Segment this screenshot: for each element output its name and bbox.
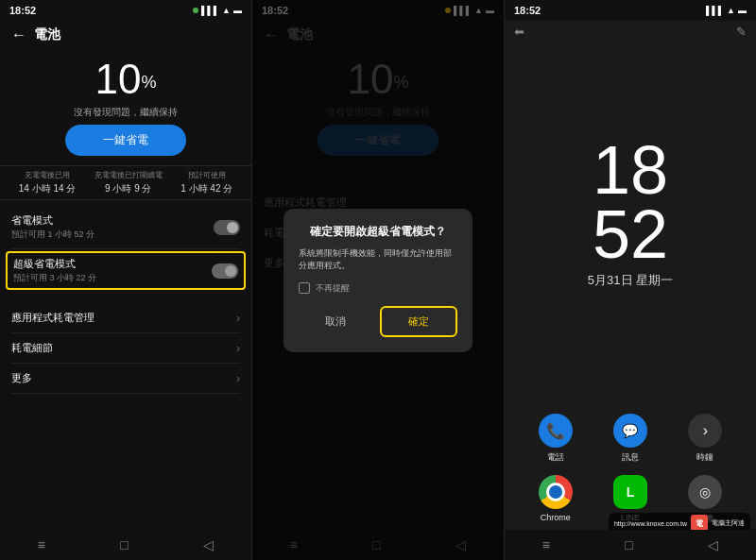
app-label-phone: 電話 — [547, 451, 564, 464]
wifi-icon-3: ▲ — [727, 6, 735, 15]
status-time-1: 18:52 — [9, 5, 36, 16]
settings-section-2: 應用程式耗電管理 › 耗電細節 › 更多 › — [0, 303, 251, 394]
stat-screen: 充電電後已打開續電 9 小時 9 分 — [94, 170, 163, 195]
dialog-buttons: 取消 確定 — [299, 306, 457, 337]
app-item-clock[interactable]: › 時鐘 — [674, 414, 737, 464]
battery-number-1: 10 — [95, 56, 142, 102]
bottom-nav-3: ≡ □ ◁ — [505, 530, 756, 560]
stat-remaining: 預計可使用 1 小時 42 分 — [180, 170, 232, 195]
stat-used-value: 14 小時 14 分 — [19, 182, 77, 195]
battery-display-1: 10% — [0, 49, 251, 104]
saving-mode-title: 省電模式 — [11, 213, 94, 228]
stat-used: 充電電後已用 14 小時 14 分 — [19, 170, 77, 195]
page-header-1: ← 電池 — [0, 21, 251, 49]
dialog-overlay: 確定要開啟超級省電模式？ 系統將限制手機效能，同時僅允許使用部分應用程式。 不再… — [252, 0, 504, 560]
power-detail-row[interactable]: 耗電細節 › — [11, 333, 240, 364]
status-dot-1 — [193, 8, 198, 13]
more-row[interactable]: 更多 › — [11, 364, 240, 394]
battery-unit-1: % — [141, 73, 156, 92]
nav-menu-3[interactable]: ≡ — [542, 537, 550, 552]
one-key-button-1[interactable]: 一鍵省電 — [65, 125, 186, 156]
settings-section-1: 省電模式 預計可用 1 小時 52 分 超級省電模式 預計可用 3 小時 22 … — [0, 206, 251, 292]
more-title: 更多 — [11, 371, 32, 385]
battery-icon: ▬ — [233, 6, 242, 15]
clock-app-icon: › — [688, 414, 722, 448]
dialog-cancel-button[interactable]: 取消 — [299, 306, 372, 337]
ultra-mode-left: 超級省電模式 預計可用 3 小時 22 分 — [13, 257, 96, 284]
dialog-body: 系統將限制手機效能，同時僅允許使用部分應用程式。 — [299, 247, 457, 273]
p3-edit-icon[interactable]: ✎ — [736, 25, 747, 38]
stat-screen-label: 充電電後已打開續電 — [94, 170, 163, 180]
signal-icon: ▌▌▌ — [201, 6, 219, 15]
battery-status-1: 沒有發現問題，繼續保持 — [0, 106, 251, 119]
status-icons-3: ▌▌▌ ▲ ▬ — [706, 6, 747, 15]
bottom-nav-1: ≡ □ ◁ — [0, 530, 251, 560]
stat-remaining-value: 1 小時 42 分 — [180, 182, 232, 195]
app-manage-title: 應用程式耗電管理 — [11, 311, 94, 325]
clock-hour: 18 — [593, 138, 668, 202]
saving-mode-toggle[interactable] — [214, 220, 240, 235]
chrome-icon — [539, 475, 573, 509]
app-label-chrome: Chrome — [541, 513, 571, 522]
clock-display: 18 52 — [593, 138, 668, 267]
status-time-3: 18:52 — [514, 5, 541, 16]
wifi-icon: ▲ — [222, 6, 231, 15]
line-icon: L — [613, 475, 647, 509]
saving-mode-sub: 預計可用 1 小時 52 分 — [11, 229, 94, 241]
panel-launcher: 18:52 ▌▌▌ ▲ ▬ ⬅ ✎ 18 52 5月31日 星期一 📞 電話 💬… — [505, 0, 756, 560]
saving-mode-left: 省電模式 預計可用 1 小時 52 分 — [11, 213, 94, 241]
clock-date: 5月31日 星期一 — [588, 272, 673, 289]
nav-back-1[interactable]: ◁ — [203, 537, 214, 552]
back-button-1[interactable]: ← — [11, 26, 26, 43]
dialog-confirm-button[interactable]: 確定 — [380, 306, 457, 337]
app-item-phone[interactable]: 📞 電話 — [524, 414, 587, 464]
status-bar-1: 18:52 ▌▌▌ ▲ ▬ — [0, 0, 251, 21]
dialog-checkbox-label: 不再提醒 — [316, 282, 350, 295]
gap-1 — [0, 292, 251, 303]
stat-used-label: 充電電後已用 — [19, 170, 77, 180]
phone-icon: 📞 — [539, 414, 573, 448]
ultra-mode-toggle[interactable] — [212, 263, 238, 279]
power-detail-title: 耗電細節 — [11, 341, 53, 355]
clock-area: 18 52 5月31日 星期一 — [505, 42, 756, 414]
nav-back-3[interactable]: ◁ — [708, 537, 718, 552]
dialog-checkbox[interactable] — [299, 282, 310, 294]
panel-battery-dialog: 18:52 ▌▌▌ ▲ ▬ ← 電池 10% 沒有發現問題，繼續保持 一鍵省電 … — [252, 0, 505, 560]
status-icons-1: ▌▌▌ ▲ ▬ — [193, 6, 242, 15]
stat-remaining-label: 預計可使用 — [180, 170, 232, 180]
message-icon: 💬 — [613, 414, 647, 448]
stat-screen-value: 9 小時 9 分 — [94, 182, 163, 195]
watermark-label: 電腦主阿達 — [712, 518, 745, 528]
app-manage-chevron: › — [236, 312, 240, 325]
panel-battery-settings: 18:52 ▌▌▌ ▲ ▬ ← 電池 10% 沒有發現問題，繼續保持 一鍵省電 … — [0, 0, 252, 560]
nav-home-1[interactable]: □ — [120, 537, 128, 552]
camera-icon: ◎ — [688, 475, 722, 509]
battery-icon-3: ▬ — [738, 6, 747, 15]
status-bar-3: 18:52 ▌▌▌ ▲ ▬ — [505, 0, 756, 21]
app-item-message[interactable]: 💬 訊息 — [598, 414, 662, 464]
ultra-mode-dialog: 確定要開啟超級省電模式？ 系統將限制手機效能，同時僅允許使用部分應用程式。 不再… — [284, 209, 472, 352]
app-label-clock: 時鐘 — [696, 451, 713, 464]
dialog-title: 確定要開啟超級省電模式？ — [299, 224, 457, 240]
nav-home-3[interactable]: □ — [625, 537, 632, 552]
battery-stats-1: 充電電後已用 14 小時 14 分 充電電後已打開續電 9 小時 9 分 預計可… — [0, 165, 251, 200]
ultra-mode-sub: 預計可用 3 小時 22 分 — [13, 272, 96, 284]
app-label-message: 訊息 — [622, 451, 639, 464]
ultra-mode-row[interactable]: 超級省電模式 預計可用 3 小時 22 分 — [6, 251, 246, 290]
nav-menu-1[interactable]: ≡ — [38, 537, 45, 552]
watermark-url: http://www.knoxe.com.tw — [614, 520, 687, 527]
power-detail-chevron: › — [236, 342, 240, 355]
dialog-checkbox-row: 不再提醒 — [299, 282, 457, 295]
app-item-chrome[interactable]: Chrome — [524, 475, 587, 525]
p3-header: ⬅ ✎ — [505, 21, 756, 42]
app-manage-row[interactable]: 應用程式耗電管理 › — [11, 303, 240, 333]
signal-icon-3: ▌▌▌ — [706, 6, 724, 15]
page-title-1: 電池 — [34, 26, 60, 43]
clock-min: 52 — [593, 202, 668, 266]
saving-mode-row[interactable]: 省電模式 預計可用 1 小時 52 分 — [11, 206, 240, 249]
more-chevron: › — [236, 372, 240, 385]
p3-back-icon[interactable]: ⬅ — [514, 25, 524, 38]
ultra-mode-title: 超級省電模式 — [13, 257, 96, 271]
